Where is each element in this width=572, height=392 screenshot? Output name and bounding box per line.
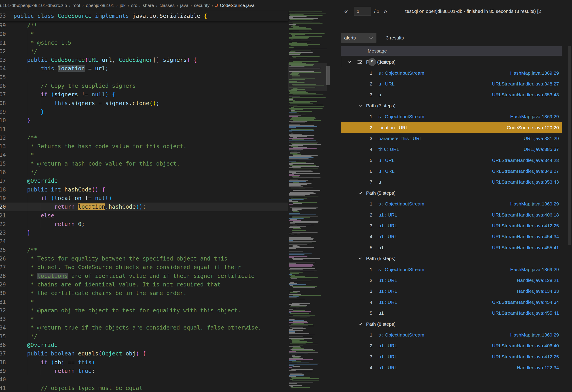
step-location-link[interactable]: URLStreamHandler.java:455:41: [492, 245, 559, 250]
step-label[interactable]: u1 : URL: [379, 343, 397, 348]
path-step-row[interactable]: 3uURLStreamHandler.java:353:43: [341, 89, 562, 100]
step-label[interactable]: s : ObjectInputStream: [379, 267, 424, 272]
path-row[interactable]: Path (8 steps): [341, 318, 562, 329]
chevron-down-icon[interactable]: [357, 321, 363, 327]
code-line[interactable]: 124: [0, 237, 288, 246]
code-line[interactable]: 103 public CodeSource(URL url, CodeSigne…: [0, 56, 288, 64]
path-step-row[interactable]: 2location : URLCodeSource.java:120:20: [341, 122, 562, 133]
step-label[interactable]: parameter this : URL: [379, 136, 422, 141]
step-label[interactable]: u1 : URL: [379, 278, 397, 283]
code-line[interactable]: 110 }: [0, 116, 288, 125]
code-line[interactable]: 108 this.signers = signers.clone();: [0, 99, 288, 108]
code-line[interactable]: 115 * @return a hash code value for this…: [0, 159, 288, 168]
path-step-row[interactable]: 4this : URLURL.java:885:37: [341, 144, 562, 155]
step-location-link[interactable]: URLStreamHandler.java:406:40: [492, 343, 559, 348]
step-location-link[interactable]: HashMap.java:1369:29: [510, 332, 559, 338]
code-line[interactable]: 139 return true;: [0, 367, 288, 375]
path-step-row[interactable]: 5u1URLStreamHandler.java:455:41: [341, 308, 562, 318]
step-label[interactable]: s : ObjectInputStream: [379, 201, 424, 207]
prev-run-button[interactable]: «: [344, 8, 348, 15]
step-location-link[interactable]: URLStreamHandler.java:454:34: [492, 299, 559, 305]
code-line[interactable]: 112 /**: [0, 134, 288, 142]
code-line[interactable]: 141 // objects types must be equal: [0, 384, 288, 392]
editor-scrollbar-thumb[interactable]: [326, 66, 330, 85]
code-line[interactable]: 140: [0, 375, 288, 384]
step-location-link[interactable]: Handler.java:134:33: [517, 288, 559, 294]
path-step-row[interactable]: 7uURLStreamHandler.java:353:43: [341, 177, 562, 188]
path-step-row[interactable]: 1s : ObjectInputStreamHashMap.java:1369:…: [341, 67, 562, 78]
code-line[interactable]: 113 * Returns the hash code value for th…: [0, 142, 288, 151]
path-step-row[interactable]: 4u1 : URLURLStreamHandler.java:454:34: [341, 297, 562, 308]
results-view-select[interactable]: alerts: [341, 33, 376, 43]
path-step-row[interactable]: 4u1 : URLHandler.java:122:34: [341, 362, 562, 373]
path-step-row[interactable]: 3u1 : URLHandler.java:134:33: [341, 286, 562, 297]
step-location-link[interactable]: URL.java:885:37: [524, 147, 559, 152]
code-line[interactable]: 137 public boolean equals(Object obj) {: [0, 349, 288, 358]
code-line[interactable]: 121 else: [0, 211, 288, 220]
path-step-row[interactable]: 1s : ObjectInputStreamHashMap.java:1369:…: [341, 111, 562, 122]
code-line[interactable]: 120 return location.hashCode();: [0, 203, 288, 211]
step-location-link[interactable]: Handler.java:128:21: [517, 278, 559, 283]
step-location-link[interactable]: Handler.java:122:34: [517, 365, 559, 370]
path-step-row[interactable]: 3u1 : URLURLStreamHandler.java:412:25: [341, 220, 562, 231]
step-location-link[interactable]: URLStreamHandler.java:353:43: [492, 179, 559, 185]
code-line[interactable]: 133 *: [0, 315, 288, 323]
step-location-link[interactable]: URLStreamHandler.java:455:41: [492, 310, 559, 316]
minimap-viewport[interactable]: [288, 63, 327, 91]
path-step-row[interactable]: 2u1 : URLURLStreamHandler.java:406:40: [341, 340, 562, 351]
step-location-link[interactable]: HashMap.java:1369:29: [510, 114, 559, 119]
step-label[interactable]: s : ObjectInputStream: [379, 332, 424, 338]
step-label[interactable]: u : URL: [379, 158, 395, 163]
step-label[interactable]: location : URL: [379, 125, 408, 130]
step-label[interactable]: this : URL: [379, 147, 399, 152]
code-line[interactable]: 105: [0, 73, 288, 82]
chevron-down-icon[interactable]: [357, 103, 363, 109]
code-lines[interactable]: 99 /**100 *101 * @since 1.5102 */103 pub…: [0, 21, 288, 392]
path-step-row[interactable]: 6u : URLURLStreamHandler.java:348:27: [341, 166, 562, 177]
code-line[interactable]: 138 if (obj == this): [0, 358, 288, 367]
code-line[interactable]: 128 * locations are of identical value a…: [0, 272, 288, 280]
panel-scrollbar-thumb[interactable]: [568, 46, 571, 245]
chevron-down-icon[interactable]: [357, 190, 363, 196]
step-location-link[interactable]: URLStreamHandler.java:353:43: [492, 92, 559, 97]
code-line[interactable]: 135 */: [0, 332, 288, 341]
path-step-row[interactable]: 1s : ObjectInputStreamHashMap.java:1369:…: [341, 264, 562, 275]
path-step-row[interactable]: 1s : ObjectInputStreamHashMap.java:1369:…: [341, 329, 562, 340]
code-line[interactable]: 104 this.location = url;: [0, 64, 288, 73]
step-location-link[interactable]: HashMap.java:1369:29: [510, 267, 559, 272]
chevron-down-icon[interactable]: [347, 59, 352, 65]
code-line[interactable]: 100 *: [0, 30, 288, 38]
step-label[interactable]: u1 : URL: [379, 212, 397, 218]
path-step-row[interactable]: 4u1 : URLURLStreamHandler.java:454:34: [341, 231, 562, 242]
step-location-link[interactable]: HashMap.java:1369:29: [510, 70, 559, 76]
result-group-row[interactable]: 5test.: [341, 57, 341, 67]
step-label[interactable]: u1 : URL: [379, 223, 397, 228]
code-line[interactable]: 123 }: [0, 228, 288, 237]
breadcrumb-item[interactable]: java: [180, 3, 189, 8]
code-line[interactable]: 130 * the certificate chains be in the s…: [0, 289, 288, 298]
path-step-row[interactable]: 3parameter this : URLURL.java:881:29: [341, 133, 562, 144]
minimap[interactable]: [288, 11, 327, 392]
step-label[interactable]: s : ObjectInputStream: [379, 114, 424, 119]
code-line[interactable]: 101 * @since 1.5: [0, 39, 288, 47]
path-step-row[interactable]: 1s : ObjectInputStreamHashMap.java:1369:…: [341, 199, 562, 209]
breadcrumb-item[interactable]: jdk: [120, 3, 126, 8]
code-line[interactable]: 109 }: [0, 108, 288, 116]
step-location-link[interactable]: URLStreamHandler.java:454:34: [492, 234, 559, 239]
step-location-link[interactable]: CodeSource.java:120:20: [507, 125, 559, 130]
breadcrumb-item[interactable]: classes: [159, 3, 175, 8]
step-location-link[interactable]: URLStreamHandler.java:344:28: [492, 158, 559, 163]
breadcrumb-item[interactable]: openjdk8u101: [86, 3, 114, 8]
step-label[interactable]: u1 : URL: [379, 365, 397, 370]
step-label[interactable]: u1 : URL: [379, 354, 397, 360]
code-line[interactable]: 102 */: [0, 47, 288, 56]
code-line[interactable]: 125 /**: [0, 246, 288, 254]
code-line[interactable]: 132 * @param obj the object to test for …: [0, 306, 288, 315]
code-line[interactable]: 126 * Tests for equality between the spe…: [0, 254, 288, 263]
code-line[interactable]: 134 * @return true if the objects are co…: [0, 323, 288, 332]
chevron-down-icon[interactable]: [357, 255, 363, 261]
step-label[interactable]: s : ObjectInputStream: [379, 70, 424, 76]
step-label[interactable]: u1 : URL: [379, 288, 397, 294]
path-step-row[interactable]: 2u1 : URLURLStreamHandler.java:406:18: [341, 209, 562, 220]
path-row[interactable]: Path (5 steps): [341, 188, 562, 199]
